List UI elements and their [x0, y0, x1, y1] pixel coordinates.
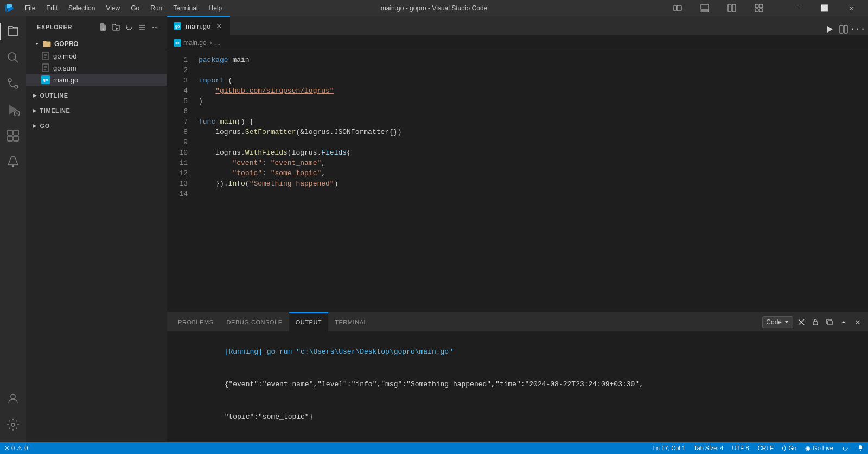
tab-debug-console[interactable]: DEBUG CONSOLE	[220, 312, 289, 331]
svg-rect-40	[840, 25, 843, 33]
maximize-button[interactable]: ⬜	[812, 0, 837, 16]
code-content[interactable]: package main import ( "github.com/sirups…	[194, 50, 860, 312]
run-code-button[interactable]	[824, 23, 835, 35]
status-ln-col[interactable]: Ln 17, Col 1	[649, 442, 690, 454]
close-button[interactable]: ✕	[839, 0, 864, 16]
tab-terminal[interactable]: TERMINAL	[328, 312, 374, 331]
activity-run-debug[interactable]	[0, 97, 26, 123]
warning-icon: ⚠	[17, 445, 22, 452]
clear-output-icon[interactable]	[795, 316, 807, 328]
activity-account[interactable]	[0, 386, 26, 412]
menu-file[interactable]: File	[21, 3, 40, 13]
status-sync[interactable]	[838, 442, 853, 454]
new-folder-icon[interactable]	[111, 22, 122, 33]
folder-gopro[interactable]: GOPRO	[26, 38, 167, 50]
status-tab-size[interactable]: Tab Size: 4	[690, 442, 727, 454]
collapse-all-icon[interactable]	[137, 22, 148, 33]
status-eol[interactable]: CRLF	[754, 442, 778, 454]
sidebar-timeline[interactable]: ▶ TIMELINE	[26, 105, 167, 116]
svg-rect-20	[14, 136, 18, 141]
svg-point-23	[11, 423, 15, 426]
breadcrumb-file[interactable]: main.go	[183, 39, 207, 47]
output-source-dropdown[interactable]: Code	[762, 316, 793, 328]
minimize-button[interactable]: —	[784, 0, 809, 16]
panel-collapse-icon[interactable]	[838, 316, 850, 328]
new-file-icon[interactable]	[98, 22, 108, 33]
sidebar-outline[interactable]: ▶ OUTLINE	[26, 90, 167, 101]
file-go-icon: go	[41, 75, 50, 84]
code-line-6	[199, 106, 860, 117]
more-actions-icon[interactable]: ···	[150, 22, 161, 33]
menu-edit[interactable]: Edit	[42, 3, 62, 13]
file-gomod[interactable]: go.mod	[26, 50, 167, 62]
output-source-label: Code	[766, 318, 782, 326]
file-gosum[interactable]: go.sum	[26, 62, 167, 74]
menu-run[interactable]: Run	[146, 3, 167, 13]
breadcrumb: go main.go › ...	[167, 35, 868, 50]
menu-terminal[interactable]: Terminal	[169, 3, 202, 13]
svg-rect-1	[677, 5, 681, 11]
timeline-chevron-icon: ▶	[33, 108, 37, 113]
code-line-7: func main() {	[199, 117, 860, 127]
split-editor-button[interactable]	[838, 23, 850, 35]
menu-selection[interactable]: Selection	[64, 3, 99, 13]
breadcrumb-symbol[interactable]: ...	[215, 39, 221, 47]
activity-source-control[interactable]	[0, 71, 26, 97]
panel-output: [Running] go run "c:\Users\User\Desktop\…	[167, 331, 868, 442]
status-errors[interactable]: ✕ 0 ⚠ 0	[0, 442, 32, 454]
svg-rect-3	[701, 10, 709, 12]
tab-close-button[interactable]: ✕	[215, 22, 224, 30]
status-notification[interactable]	[853, 442, 868, 454]
menu-view[interactable]: View	[101, 3, 124, 13]
sidebar-go[interactable]: ▶ GO	[26, 120, 167, 131]
code-line-14	[199, 189, 860, 199]
main-layout: Explorer	[0, 16, 868, 442]
go-live-icon: ◉	[805, 445, 810, 452]
file-sum-icon	[41, 63, 50, 72]
more-editor-actions-icon[interactable]: ···	[852, 23, 864, 35]
status-language[interactable]: ⟨⟩ Go	[777, 442, 801, 454]
breadcrumb-separator: ›	[210, 39, 212, 47]
tab-output[interactable]: OUTPUT	[289, 312, 329, 331]
svg-rect-8	[755, 9, 758, 12]
status-bar: ✕ 0 ⚠ 0 Ln 17, Col 1 Tab Size: 4 UTF-8 C…	[0, 442, 868, 454]
svg-point-12	[8, 79, 11, 82]
tab-problems[interactable]: PROBLEMS	[171, 312, 220, 331]
code-line-9	[199, 137, 860, 148]
tab-maingo[interactable]: go main.go ✕	[167, 16, 230, 35]
activity-explorer[interactable]	[0, 18, 26, 44]
split-editor-icon[interactable]	[719, 0, 744, 16]
toggle-panel-icon[interactable]	[692, 0, 717, 16]
go-section-chevron-icon: ▶	[33, 123, 37, 129]
panel-tab-bar: PROBLEMS DEBUG CONSOLE OUTPUT TERMINAL C…	[167, 312, 868, 331]
language-label: Go	[788, 445, 796, 451]
svg-rect-4	[728, 4, 731, 12]
code-editor[interactable]: 1 2 3 4 5 6 7 8 9 10 11 12 13 14 package…	[167, 50, 868, 312]
bell-icon	[857, 445, 864, 451]
activity-extensions[interactable]	[0, 123, 26, 149]
toggle-sidebar-icon[interactable]	[665, 0, 690, 16]
status-encoding[interactable]: UTF-8	[727, 442, 753, 454]
output-running-text: [Running] go run "c:\Users\User\Desktop\…	[225, 348, 453, 356]
tab-maingo-label: main.go	[186, 22, 210, 30]
activity-testing[interactable]	[0, 149, 26, 175]
activity-settings[interactable]	[0, 412, 26, 438]
copy-output-icon[interactable]	[824, 316, 835, 328]
output-json-line1: {"event":"event_name","level":"info","ms…	[174, 368, 861, 401]
file-maingo[interactable]: go main.go	[26, 74, 167, 86]
go-section-label: GO	[40, 123, 50, 129]
layout-icon[interactable]	[746, 0, 771, 16]
lock-scroll-icon[interactable]	[809, 316, 821, 328]
activity-search[interactable]	[0, 44, 26, 71]
refresh-icon[interactable]	[124, 22, 135, 33]
output-json-line2: "topic":"some_topic"}	[174, 401, 861, 433]
menu-go[interactable]: Go	[126, 3, 144, 13]
folder-name: GOPRO	[54, 40, 79, 48]
editor-scrollbar[interactable]	[860, 50, 868, 312]
code-line-11: "event": "event_name",	[199, 158, 860, 168]
outline-label: OUTLINE	[40, 92, 68, 99]
menu-help[interactable]: Help	[205, 3, 227, 13]
svg-rect-7	[760, 4, 763, 8]
status-go-live[interactable]: ◉ Go Live	[801, 442, 838, 454]
panel-close-icon[interactable]: ✕	[852, 316, 864, 328]
